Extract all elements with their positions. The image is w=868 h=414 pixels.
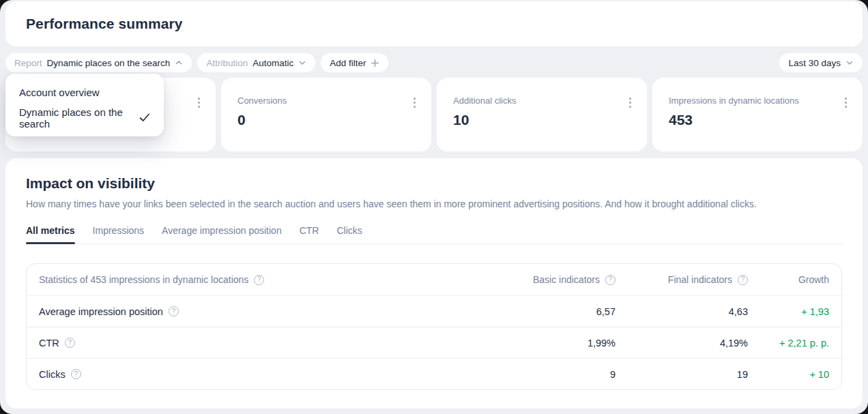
report-filter-dropdown[interactable]: Report Dynamic places on the search	[5, 53, 192, 72]
report-dropdown-menu: Account overview Dynamic places on the s…	[5, 74, 164, 136]
dropdown-item-label: Dynamic places on the search	[19, 106, 132, 130]
metric-value: 0	[237, 112, 415, 128]
metric-label: Conversions	[237, 95, 415, 106]
add-filter-button[interactable]: Add filter	[321, 53, 388, 72]
metric-card-additional-clicks: Additional clicks 10	[437, 78, 647, 151]
metric-value: 10	[453, 112, 631, 128]
kebab-menu-icon[interactable]	[194, 95, 203, 110]
plus-icon	[371, 59, 379, 68]
help-icon[interactable]: ?	[254, 275, 264, 285]
table-title: Statistics of 453 impressions in dynamic…	[39, 274, 248, 285]
final-value: 4,63	[616, 306, 748, 317]
date-range-value: Last 30 days	[788, 58, 841, 68]
row-label: Clicks	[39, 369, 66, 380]
section-description: How many times have your links been sele…	[26, 198, 842, 209]
row-label: CTR	[39, 338, 59, 349]
help-icon[interactable]: ?	[65, 338, 75, 348]
date-range-dropdown[interactable]: Last 30 days	[779, 53, 863, 72]
help-icon[interactable]: ?	[71, 369, 81, 379]
final-value: 4,19%	[616, 338, 748, 349]
tab-all-metrics[interactable]: All metrics	[26, 225, 75, 243]
column-header-growth: Growth	[798, 274, 829, 285]
report-filter-label: Report	[14, 58, 42, 68]
dropdown-item-label: Account overview	[19, 87, 100, 98]
attribution-filter-label: Attribution	[206, 58, 248, 68]
metric-label: Impressions in dynamic locations	[669, 95, 846, 106]
attribution-filter-dropdown[interactable]: Attribution Automatic	[197, 53, 315, 72]
page-header: Performance summary	[5, 1, 863, 46]
kebab-menu-icon[interactable]	[410, 95, 419, 110]
metrics-tabs: All metrics Impressions Average impressi…	[26, 225, 842, 244]
table-row: CTR ? 1,99% 4,19% + 2,21 p. p.	[27, 327, 841, 358]
table-row: Clicks ? 9 19 + 10	[27, 358, 841, 389]
tab-ctr[interactable]: CTR	[300, 225, 319, 243]
statistics-table: Statistics of 453 impressions in dynamic…	[26, 263, 842, 390]
final-value: 19	[616, 369, 748, 380]
help-icon[interactable]: ?	[169, 306, 179, 316]
tab-impressions[interactable]: Impressions	[93, 225, 144, 243]
help-icon[interactable]: ?	[605, 275, 616, 285]
metric-label: Additional clicks	[453, 95, 631, 106]
table-row: Average impression position ? 6,57 4,63 …	[27, 295, 841, 327]
basic-value: 6,57	[506, 306, 616, 317]
help-icon[interactable]: ?	[738, 275, 748, 285]
metric-value: 453	[669, 112, 846, 128]
kebab-menu-icon[interactable]	[626, 95, 635, 110]
section-title: Impact on visibility	[26, 175, 842, 192]
table-body: Average impression position ? 6,57 4,63 …	[27, 295, 841, 389]
table-header-row: Statistics of 453 impressions in dynamic…	[27, 264, 841, 295]
chevron-down-icon	[845, 59, 854, 67]
page-title: Performance summary	[26, 16, 183, 32]
growth-value: + 2,21 p. p.	[748, 338, 829, 349]
row-label: Average impression position	[39, 306, 163, 317]
chevron-down-icon	[298, 59, 306, 67]
report-filter-value: Dynamic places on the search	[47, 58, 171, 68]
performance-summary-page: Performance summary Report Dynamic place…	[0, 0, 868, 414]
kebab-menu-icon[interactable]	[841, 95, 850, 110]
growth-value: + 1,93	[748, 306, 829, 317]
add-filter-label: Add filter	[330, 58, 366, 68]
column-header-final: Final indicators	[668, 274, 732, 285]
basic-value: 9	[506, 369, 616, 380]
dropdown-item-dynamic-places[interactable]: Dynamic places on the search	[5, 105, 164, 130]
impact-on-visibility-section: Impact on visibility How many times have…	[5, 158, 863, 409]
growth-value: + 10	[748, 369, 829, 380]
basic-value: 1,99%	[506, 338, 616, 349]
dropdown-item-account-overview[interactable]: Account overview	[5, 80, 164, 105]
tab-average-impression-position[interactable]: Average impression position	[162, 225, 282, 243]
filter-bar: Report Dynamic places on the search Attr…	[5, 53, 863, 72]
chevron-up-icon	[175, 59, 183, 67]
metric-card-impressions: Impressions in dynamic locations 453	[652, 78, 863, 151]
attribution-filter-value: Automatic	[252, 58, 293, 68]
check-icon	[139, 113, 150, 122]
tab-clicks[interactable]: Clicks	[336, 225, 362, 243]
metric-card-conversions: Conversions 0	[221, 78, 431, 151]
column-header-basic: Basic indicators	[533, 274, 600, 285]
